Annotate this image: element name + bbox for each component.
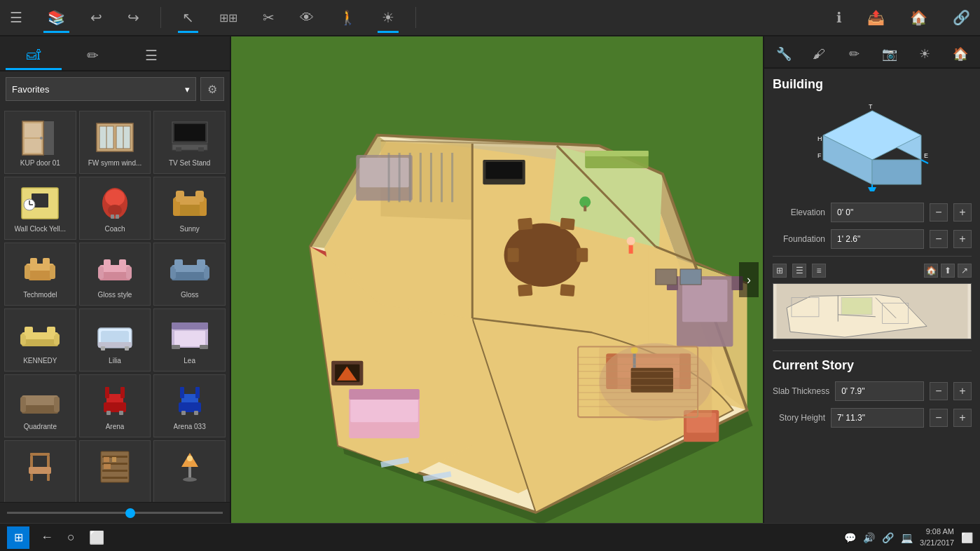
slab-increase[interactable]: + xyxy=(953,382,972,400)
item-fw-window-label: FW symm wind... xyxy=(88,159,142,168)
svg-rect-42 xyxy=(119,259,126,269)
svg-rect-149 xyxy=(441,153,443,202)
svg-rect-44 xyxy=(172,272,208,280)
network-icon[interactable]: 🔗 xyxy=(882,532,894,543)
walk-icon[interactable]: 🚶 xyxy=(335,6,361,29)
library-icon[interactable]: 📚 xyxy=(43,6,69,29)
view-button[interactable]: ⬜ xyxy=(86,529,107,547)
tab-list[interactable]: ☰ xyxy=(123,42,179,70)
tab-paint[interactable]: 🖌 xyxy=(802,41,836,67)
item-sunny-label: Sunny xyxy=(179,225,199,233)
svg-text:F: F xyxy=(817,152,822,159)
eye-icon[interactable]: 👁 xyxy=(296,7,318,29)
svg-rect-124 xyxy=(577,248,588,262)
foundation-increase[interactable]: + xyxy=(953,230,972,248)
item-gloss[interactable]: Gloss xyxy=(153,243,226,306)
export-icon[interactable]: 📤 xyxy=(863,6,889,29)
item-coach[interactable]: Coach xyxy=(79,177,151,240)
floor-icon-3[interactable]: ≡ xyxy=(812,264,826,278)
canvas-expand-button[interactable]: › xyxy=(739,262,759,297)
item-lea-label: Lea xyxy=(184,357,195,365)
svg-rect-72 xyxy=(120,387,125,398)
floor-icon-2[interactable]: ☰ xyxy=(792,264,806,278)
item-kup-door[interactable]: KUP door 01 xyxy=(4,111,76,174)
item-quadrante[interactable]: Quadrante xyxy=(4,374,76,437)
item-lilia[interactable]: Lilia xyxy=(79,308,151,372)
item-lamp[interactable] xyxy=(153,440,226,502)
home-button[interactable]: ○ xyxy=(64,529,78,546)
story-height-input[interactable] xyxy=(831,408,924,428)
item-techmodel[interactable]: Techmodel xyxy=(4,243,76,306)
story-height-decrease[interactable]: − xyxy=(930,409,948,427)
svg-rect-59 xyxy=(125,346,129,351)
tab-furniture[interactable]: 🛋 xyxy=(6,42,62,70)
svg-rect-94 xyxy=(104,464,111,469)
item-gloss-style[interactable]: Gloss style xyxy=(79,243,151,306)
item-gloss-style-label: Gloss style xyxy=(98,291,132,299)
floor-icon-level[interactable]: ⬆ xyxy=(941,264,955,278)
elevation-increase[interactable]: + xyxy=(953,203,972,222)
tab-build[interactable]: 🔧 xyxy=(767,41,801,67)
story-height-increase[interactable]: + xyxy=(953,409,972,427)
slab-thickness-input[interactable] xyxy=(835,381,924,401)
slab-decrease[interactable]: − xyxy=(930,382,948,400)
floor-icon-1[interactable]: ⊞ xyxy=(773,264,787,278)
center-canvas[interactable]: › xyxy=(231,36,763,523)
item-kennedy-label: KENNEDY xyxy=(23,357,57,365)
item-tv-stand-thumb xyxy=(165,116,214,158)
settings-button[interactable]: ⚙ xyxy=(200,77,224,101)
back-button[interactable]: ← xyxy=(38,529,56,546)
tab-pencil[interactable]: ✏ xyxy=(838,41,871,67)
item-lea[interactable]: Lea xyxy=(153,308,226,372)
svg-rect-85 xyxy=(30,474,33,481)
item-fw-window[interactable]: FW symm wind... xyxy=(79,111,151,174)
elevation-input[interactable] xyxy=(831,203,924,222)
svg-rect-77 xyxy=(180,387,184,398)
favorites-dropdown[interactable]: Favorites ▾ xyxy=(6,77,196,101)
show-desktop-icon[interactable]: ⬜ xyxy=(961,532,973,543)
tab-build[interactable]: ✏ xyxy=(64,42,120,70)
undo-icon[interactable]: ↩ xyxy=(86,6,106,29)
volume-icon[interactable]: 🔊 xyxy=(863,532,875,543)
foundation-input[interactable] xyxy=(831,229,924,249)
divider-1 xyxy=(773,256,972,257)
svg-rect-78 xyxy=(195,387,200,398)
slider-row xyxy=(0,502,230,523)
elevation-decrease[interactable]: − xyxy=(930,203,948,222)
slider-thumb[interactable] xyxy=(125,508,135,518)
start-button[interactable]: ⊞ xyxy=(7,526,29,549)
item-kennedy[interactable]: KENNEDY xyxy=(4,308,76,372)
svg-rect-35 xyxy=(30,258,37,268)
tab-sun[interactable]: ☀ xyxy=(908,41,941,67)
foundation-label: Foundation xyxy=(773,234,825,244)
item-arena-033[interactable]: Arena 033 xyxy=(153,374,226,437)
floor-icon-down[interactable]: ↗ xyxy=(958,264,972,278)
item-tv-stand[interactable]: TV Set Stand xyxy=(153,111,226,174)
scissors-icon[interactable]: ✂ xyxy=(258,6,279,29)
sun-icon[interactable]: ☀ xyxy=(378,6,399,29)
redo-icon[interactable]: ↪ xyxy=(123,6,144,29)
home2-icon[interactable]: 🏠 xyxy=(906,6,932,29)
svg-rect-154 xyxy=(629,245,633,254)
item-sunny[interactable]: Sunny xyxy=(153,177,226,240)
item-chair-wood[interactable] xyxy=(4,440,76,502)
group-icon[interactable]: ⊞⊞ xyxy=(215,8,242,27)
info-icon[interactable]: ℹ xyxy=(832,6,846,29)
item-arena[interactable]: Arena xyxy=(79,374,151,437)
keyboard-icon[interactable]: 💻 xyxy=(901,532,913,543)
zoom-slider[interactable] xyxy=(7,512,223,514)
top-toolbar: ☰ 📚 ↩ ↪ ↖ ⊞⊞ ✂ 👁 🚶 ☀ ℹ 📤 🏠 🔗 xyxy=(0,0,980,36)
menu-icon[interactable]: ☰ xyxy=(6,6,27,29)
tab-home[interactable]: 🏠 xyxy=(944,41,977,67)
floor-icon-up[interactable]: 🏠 xyxy=(924,264,938,278)
item-shelf-thumb xyxy=(90,445,139,487)
item-wall-clock[interactable]: Wall Clock Yell... xyxy=(4,177,76,240)
share-icon[interactable]: 🔗 xyxy=(948,6,974,29)
item-shelf[interactable] xyxy=(79,440,151,502)
chat-icon[interactable]: 💬 xyxy=(844,532,856,543)
tab-camera[interactable]: 📷 xyxy=(873,41,906,67)
foundation-decrease[interactable]: − xyxy=(930,230,948,248)
svg-rect-123 xyxy=(508,248,519,262)
select-icon[interactable]: ↖ xyxy=(178,6,198,29)
item-gloss-thumb xyxy=(165,247,214,290)
